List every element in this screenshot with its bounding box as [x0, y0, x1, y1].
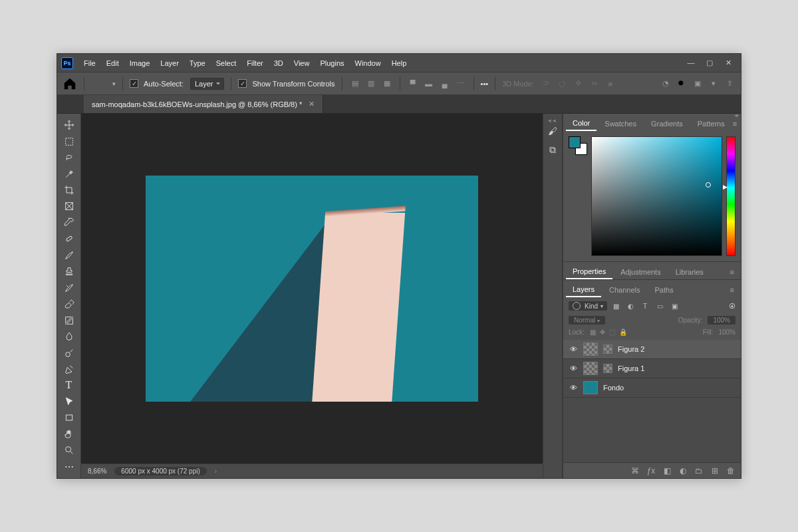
menu-image[interactable]: Image: [126, 59, 154, 67]
foreground-swatch[interactable]: [569, 136, 581, 148]
layer-row[interactable]: 👁 Fondo: [563, 378, 741, 398]
minimize-icon[interactable]: —: [686, 59, 696, 67]
slide-3d-icon[interactable]: ⇔: [589, 78, 600, 90]
layer-name[interactable]: Fondo: [603, 384, 624, 392]
menu-plugins[interactable]: Plugins: [316, 59, 348, 67]
search-icon[interactable]: [676, 78, 688, 90]
move-tool[interactable]: [60, 118, 78, 132]
eraser-tool[interactable]: [60, 297, 78, 311]
menu-view[interactable]: View: [290, 59, 314, 67]
eyedropper-tool[interactable]: [60, 215, 78, 230]
tab-adjustments[interactable]: Adjustments: [614, 265, 668, 279]
tab-swatches[interactable]: Swatches: [598, 117, 643, 130]
align-center-v-icon[interactable]: ▬: [423, 78, 435, 90]
menu-window[interactable]: Window: [351, 59, 385, 67]
layer-row[interactable]: 👁 Figura 2: [563, 340, 741, 359]
rectangle-tool[interactable]: [60, 410, 78, 425]
orbit-3d-icon[interactable]: ⟳: [541, 78, 553, 90]
path-select-tool[interactable]: [60, 394, 78, 409]
share-icon[interactable]: ⇧: [724, 78, 735, 90]
wand-tool[interactable]: [60, 166, 78, 181]
lasso-tool[interactable]: [60, 150, 78, 165]
gradient-tool[interactable]: [60, 313, 78, 327]
blend-mode-select[interactable]: Normal ▾: [569, 316, 605, 325]
tab-libraries[interactable]: Libraries: [669, 265, 710, 279]
link-layers-icon[interactable]: ⌘: [630, 466, 640, 475]
close-icon[interactable]: ✕: [724, 59, 733, 67]
hue-slider[interactable]: ▶: [726, 136, 735, 256]
lock-pixels-icon[interactable]: ▦: [590, 329, 596, 336]
home-icon[interactable]: [63, 76, 77, 91]
menu-filter[interactable]: Filter: [243, 59, 267, 67]
canvas-stage[interactable]: [81, 114, 543, 464]
healing-tool[interactable]: [60, 231, 78, 246]
frame-tool[interactable]: [60, 199, 78, 213]
workspace-switcher-icon[interactable]: ▾: [708, 78, 720, 90]
dodge-tool[interactable]: [60, 345, 78, 360]
blur-tool[interactable]: [60, 329, 78, 344]
brushes-panel-icon[interactable]: ⧉: [549, 144, 556, 156]
move-tool-icon[interactable]: [91, 76, 106, 91]
auto-select-checkbox[interactable]: ✓: [130, 79, 138, 88]
tab-paths[interactable]: Paths: [648, 283, 680, 297]
show-transform-checkbox[interactable]: ✓: [238, 79, 247, 88]
menu-layer[interactable]: Layer: [156, 59, 183, 67]
fill-input[interactable]: 100%: [718, 329, 735, 336]
close-tab-icon[interactable]: ✕: [309, 100, 315, 108]
edit-toolbar-icon[interactable]: ⋯: [60, 460, 78, 474]
panel-menu-icon[interactable]: ≡: [730, 268, 738, 276]
filter-smart-icon[interactable]: ▣: [670, 303, 679, 310]
crop-tool[interactable]: [60, 183, 78, 198]
dock-expand-icon[interactable]: ◂◂: [548, 117, 557, 124]
tab-layers[interactable]: Layers: [566, 283, 601, 297]
more-options-icon[interactable]: •••: [481, 80, 489, 88]
filter-pixel-icon[interactable]: ▦: [611, 303, 620, 310]
panel-menu-icon[interactable]: ≡: [730, 286, 738, 294]
opacity-input[interactable]: 100%: [708, 316, 735, 325]
lock-artboard-icon[interactable]: ⬚: [609, 329, 615, 336]
filter-shape-icon[interactable]: ▭: [655, 303, 664, 310]
filter-toggle-icon[interactable]: ⦿: [729, 303, 735, 310]
layer-filter-kind[interactable]: Kind ▾: [569, 301, 607, 311]
tab-patterns[interactable]: Patterns: [691, 117, 732, 130]
adjustment-layer-icon[interactable]: ◐: [678, 466, 688, 475]
align-top-icon[interactable]: ▀: [407, 78, 419, 90]
visibility-icon[interactable]: 👁: [569, 364, 578, 372]
layer-name[interactable]: Figura 2: [618, 345, 644, 353]
menu-help[interactable]: Help: [388, 59, 411, 67]
tab-gradients[interactable]: Gradients: [644, 117, 690, 130]
filter-type-icon[interactable]: T: [640, 303, 650, 310]
roll-3d-icon[interactable]: ⭯: [557, 78, 569, 90]
pen-tool[interactable]: [60, 362, 78, 376]
zoom-3d-icon[interactable]: ■: [604, 78, 616, 90]
group-icon[interactable]: 🗀: [694, 466, 704, 475]
layer-mask-icon[interactable]: ◧: [662, 466, 672, 475]
tool-preset-dropdown-icon[interactable]: ▾: [112, 80, 116, 87]
panel-menu-icon[interactable]: ≡: [733, 120, 741, 128]
distribute-icon[interactable]: ⋯: [455, 78, 467, 90]
auto-select-target[interactable]: Layer: [190, 78, 225, 90]
align-left-icon[interactable]: ▤: [349, 78, 361, 90]
lock-all-icon[interactable]: 🔒: [619, 329, 627, 336]
visibility-icon[interactable]: 👁: [569, 345, 578, 353]
pan-3d-icon[interactable]: ✥: [573, 78, 585, 90]
color-field[interactable]: [591, 136, 722, 256]
new-layer-icon[interactable]: ⊞: [710, 466, 720, 475]
cloud-docs-icon[interactable]: ◔: [660, 78, 672, 90]
menu-type[interactable]: Type: [186, 59, 209, 67]
menu-3d[interactable]: 3D: [270, 59, 287, 67]
maximize-icon[interactable]: ▢: [705, 59, 714, 67]
delete-layer-icon[interactable]: 🗑: [726, 466, 735, 475]
layer-name[interactable]: Figura 1: [618, 364, 644, 372]
align-right-icon[interactable]: ▦: [381, 78, 393, 90]
menu-edit[interactable]: Edit: [102, 59, 123, 67]
lock-position-icon[interactable]: ✥: [600, 329, 605, 336]
menu-select[interactable]: Select: [212, 59, 241, 67]
stamp-tool[interactable]: [60, 264, 78, 279]
history-panel-icon[interactable]: 🖌: [548, 126, 557, 136]
marquee-tool[interactable]: [60, 134, 78, 148]
filter-adjust-icon[interactable]: ◐: [626, 303, 635, 310]
status-dimensions[interactable]: 6000 px x 4000 px (72 ppi): [114, 467, 206, 475]
history-brush-tool[interactable]: [60, 281, 78, 295]
status-zoom[interactable]: 8,66%: [88, 467, 106, 475]
